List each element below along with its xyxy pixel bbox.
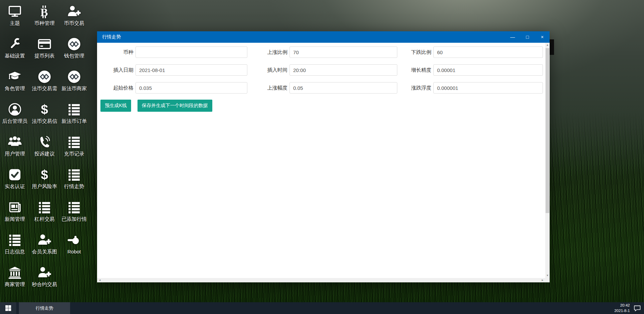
chain-link-circle-icon	[67, 70, 81, 84]
rise-ratio-input[interactable]	[289, 46, 397, 58]
desktop-icon-theme[interactable]: 主题	[0, 3, 30, 36]
desktop-icon-label: 新闻管理	[5, 216, 25, 222]
pre-generate-kline-button[interactable]: 预生成K线	[100, 100, 131, 112]
desktop-icon-deposit-records[interactable]: 充币记录	[59, 134, 89, 167]
bank-icon	[8, 266, 22, 280]
hand-icon	[67, 233, 81, 247]
desktop-icon-second-contract[interactable]: 秒合约交易	[30, 265, 59, 297]
chat-bubble-icon[interactable]	[633, 304, 641, 312]
dollar-icon	[37, 168, 52, 182]
market-trend-window: 行情走势 — □ × 币种 上涨比例 下跌比例 插入日期 插入时间 增长精度 起…	[97, 31, 550, 282]
desktop-icon-kyc[interactable]: 实名认证	[0, 167, 30, 199]
desktop-icon-label: 提币列表	[34, 53, 55, 59]
window-title: 行情走势	[102, 34, 505, 40]
desktop-icon-label: 后台管理员	[2, 118, 28, 125]
form-buttons: 预生成K线 保存并生成下一个时间段的数据	[100, 100, 545, 112]
desktop-icon-wallet-manage[interactable]: 钱包管理	[59, 36, 89, 69]
horizontal-scrollbar[interactable]: ◄ ►	[97, 278, 545, 282]
scroll-down-arrow-icon[interactable]: ▼	[545, 273, 550, 278]
vertical-scrollbar-thumb[interactable]	[546, 48, 549, 213]
desktop-icon-label: 已添加行情	[62, 216, 87, 222]
desktop-icon-label: 实名认证	[5, 183, 25, 190]
desktop-icon-label: 币种管理	[34, 20, 55, 27]
window-titlebar[interactable]: 行情走势 — □ ×	[97, 31, 550, 43]
phone-icon	[37, 135, 52, 149]
save-generate-next-button[interactable]: 保存并生成下一个时间段的数据	[137, 100, 212, 112]
field-label-insert-time: 插入时间	[249, 67, 287, 73]
field-label-start-price: 起始价格	[104, 85, 133, 91]
close-button[interactable]: ×	[535, 31, 550, 43]
list-icon	[67, 102, 81, 116]
desktop-icon-coin-manage[interactable]: 币种管理	[30, 3, 59, 36]
desktop-icon-label: 钱包管理	[64, 53, 84, 59]
desktop-icon-basic-settings[interactable]: 基础设置	[0, 36, 30, 69]
desktop-icon-log-info[interactable]: 日志信息	[0, 232, 30, 265]
form-row-1: 币种 上涨比例 下跌比例	[104, 46, 545, 58]
list-icon	[67, 168, 81, 182]
desktop-icon-added-markets[interactable]: 已添加行情	[59, 199, 89, 232]
clock-time: 20:42	[614, 303, 630, 308]
window-content: 币种 上涨比例 下跌比例 插入日期 插入时间 增长精度 起始价格 上涨幅度 涨跌…	[97, 43, 545, 278]
list-icon	[67, 200, 81, 214]
scroll-up-arrow-icon[interactable]: ▲	[545, 43, 550, 47]
desktop-icon-leverage-trade[interactable]: 杠杆交易	[30, 199, 59, 232]
desktop-icon-member-graph[interactable]: 会员关系图	[30, 232, 59, 265]
scroll-left-arrow-icon[interactable]: ◄	[97, 278, 102, 282]
desktop-icon-new-fiat-orders[interactable]: 新法币订单	[59, 101, 89, 134]
desktop-icon-fiat-trade-demand[interactable]: 法币交易需	[30, 69, 59, 101]
wrench-icon	[8, 37, 22, 51]
taskbar-item-market-trend[interactable]: 行情走势	[19, 302, 70, 314]
fluctuation-input[interactable]	[433, 82, 543, 94]
desktop-icon-label: 杠杆交易	[34, 216, 55, 222]
minimize-button[interactable]: —	[505, 31, 520, 43]
graduation-cap-icon	[8, 70, 22, 84]
clock-date: 2021-8-1	[614, 308, 630, 314]
desktop-icon-admin[interactable]: 后台管理员	[0, 101, 30, 134]
fall-ratio-input[interactable]	[433, 46, 543, 58]
taskbar: 行情走势 20:42 2021-8-1	[0, 302, 644, 314]
desktop-icon-user-manage[interactable]: 用户管理	[0, 134, 30, 167]
desktop-icon-label: 商家管理	[5, 281, 25, 288]
desktop-icon-label: Robot	[67, 249, 81, 254]
desktop-icon-label: 新法币商家	[62, 85, 87, 92]
users-icon	[8, 135, 22, 149]
bitcoin-icon	[37, 4, 52, 19]
desktop-icon-label: 法币交易信	[32, 118, 57, 125]
insert-time-input[interactable]	[289, 64, 397, 76]
start-price-input[interactable]	[135, 82, 247, 94]
vertical-scrollbar[interactable]: ▲ ▼	[545, 43, 550, 278]
field-label-rise-range: 上涨幅度	[249, 85, 287, 91]
desktop-icon-coin-trade[interactable]: 币币交易	[59, 3, 89, 36]
dollar-icon	[37, 102, 52, 116]
scrollbar-corner	[545, 278, 550, 282]
user-plus-icon	[37, 233, 52, 247]
field-label-growth-precision: 增长精度	[399, 67, 431, 73]
user-plus-icon	[67, 4, 81, 19]
desktop-icon-fiat-trade-info[interactable]: 法币交易信	[30, 101, 59, 134]
rise-range-input[interactable]	[289, 82, 397, 94]
desktop-icon-role-manage[interactable]: 角色管理	[0, 69, 30, 101]
desktop-icon-withdraw-list[interactable]: 提币列表	[30, 36, 59, 69]
desktop-icon-label: 角色管理	[5, 85, 25, 92]
chain-link-circle-icon	[67, 37, 81, 51]
field-label-insert-date: 插入日期	[104, 67, 133, 73]
desktop-icon-user-risk[interactable]: 用户风险率	[30, 167, 59, 199]
growth-precision-input[interactable]	[433, 64, 543, 76]
desktop-icon-label: 行情走势	[64, 183, 84, 190]
list-icon	[8, 233, 22, 247]
start-button[interactable]	[0, 302, 16, 314]
field-label-rise-ratio: 上涨比例	[249, 49, 287, 56]
maximize-button[interactable]: □	[520, 31, 535, 43]
desktop-icon-robot[interactable]: Robot	[59, 232, 89, 265]
insert-date-input[interactable]	[135, 64, 247, 76]
scroll-right-arrow-icon[interactable]: ►	[540, 278, 545, 282]
desktop-icon-merchant-manage[interactable]: 商家管理	[0, 265, 30, 297]
desktop-icon-market-trend[interactable]: 行情走势	[59, 167, 89, 199]
desktop-icon-label: 基础设置	[5, 53, 25, 59]
desktop-icon-new-fiat-merchant[interactable]: 新法币商家	[59, 69, 89, 101]
desktop-icon-news-manage[interactable]: 新闻管理	[0, 199, 30, 232]
coin-input[interactable]	[135, 46, 247, 58]
desktop-icon-complaints[interactable]: 投诉建议	[30, 134, 59, 167]
monitor-icon	[8, 4, 22, 19]
taskbar-clock[interactable]: 20:42 2021-8-1	[614, 302, 630, 314]
